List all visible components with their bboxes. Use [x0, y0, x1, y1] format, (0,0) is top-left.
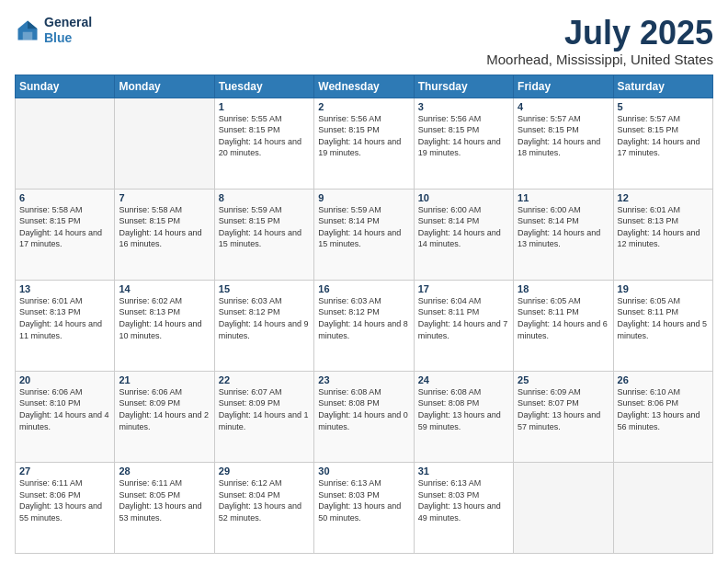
calendar-cell: 20Sunrise: 6:06 AM Sunset: 8:10 PM Dayli… — [16, 371, 115, 462]
day-info: Sunrise: 5:56 AM Sunset: 8:15 PM Dayligh… — [418, 113, 509, 159]
day-number: 18 — [518, 283, 609, 294]
day-info: Sunrise: 6:10 AM Sunset: 8:06 PM Dayligh… — [618, 386, 709, 432]
day-info: Sunrise: 6:06 AM Sunset: 8:10 PM Dayligh… — [19, 386, 110, 432]
calendar-cell: 15Sunrise: 6:03 AM Sunset: 8:12 PM Dayli… — [214, 280, 313, 371]
day-number: 11 — [518, 192, 609, 203]
calendar-cell: 24Sunrise: 6:08 AM Sunset: 8:08 PM Dayli… — [414, 371, 513, 462]
header-row: SundayMondayTuesdayWednesdayThursdayFrid… — [16, 75, 713, 98]
day-number: 13 — [19, 283, 110, 294]
calendar-week-1: 1Sunrise: 5:55 AM Sunset: 8:15 PM Daylig… — [16, 98, 713, 189]
col-header-monday: Monday — [115, 75, 214, 98]
calendar-cell: 30Sunrise: 6:13 AM Sunset: 8:03 PM Dayli… — [314, 462, 414, 553]
calendar-cell: 17Sunrise: 6:04 AM Sunset: 8:11 PM Dayli… — [414, 280, 513, 371]
calendar-cell: 2Sunrise: 5:56 AM Sunset: 8:15 PM Daylig… — [314, 98, 414, 189]
day-number: 7 — [119, 192, 210, 203]
header: General Blue July 2025 Moorhead, Mississ… — [15, 15, 713, 67]
day-number: 15 — [219, 283, 310, 294]
logo-text: General Blue — [44, 15, 92, 46]
day-info: Sunrise: 5:57 AM Sunset: 8:15 PM Dayligh… — [518, 113, 609, 159]
calendar-cell: 14Sunrise: 6:02 AM Sunset: 8:13 PM Dayli… — [115, 280, 214, 371]
calendar-cell: 5Sunrise: 5:57 AM Sunset: 8:15 PM Daylig… — [613, 98, 712, 189]
calendar-cell — [115, 98, 214, 189]
calendar-cell — [16, 98, 115, 189]
day-number: 22 — [219, 374, 310, 385]
day-number: 14 — [119, 283, 210, 294]
day-number: 12 — [618, 192, 709, 203]
logo-icon — [15, 17, 40, 43]
calendar-cell — [613, 462, 712, 553]
col-header-tuesday: Tuesday — [214, 75, 313, 98]
day-info: Sunrise: 6:01 AM Sunset: 8:13 PM Dayligh… — [618, 204, 709, 250]
day-number: 5 — [618, 101, 709, 112]
calendar-cell: 21Sunrise: 6:06 AM Sunset: 8:09 PM Dayli… — [115, 371, 214, 462]
day-info: Sunrise: 5:59 AM Sunset: 8:14 PM Dayligh… — [318, 204, 409, 250]
day-number: 27 — [19, 465, 110, 477]
day-info: Sunrise: 6:11 AM Sunset: 8:06 PM Dayligh… — [19, 477, 110, 523]
day-number: 6 — [19, 192, 110, 203]
calendar-cell: 3Sunrise: 5:56 AM Sunset: 8:15 PM Daylig… — [414, 98, 513, 189]
day-number: 30 — [318, 465, 409, 477]
calendar-week-2: 6Sunrise: 5:58 AM Sunset: 8:15 PM Daylig… — [16, 189, 713, 280]
svg-rect-2 — [23, 32, 33, 40]
calendar-week-3: 13Sunrise: 6:01 AM Sunset: 8:13 PM Dayli… — [16, 280, 713, 371]
day-info: Sunrise: 5:56 AM Sunset: 8:15 PM Dayligh… — [318, 113, 409, 159]
calendar-cell: 13Sunrise: 6:01 AM Sunset: 8:13 PM Dayli… — [16, 280, 115, 371]
calendar-cell: 7Sunrise: 5:58 AM Sunset: 8:15 PM Daylig… — [115, 189, 214, 280]
day-number: 21 — [119, 374, 210, 385]
svg-marker-1 — [28, 20, 38, 29]
day-info: Sunrise: 6:02 AM Sunset: 8:13 PM Dayligh… — [119, 295, 210, 341]
col-header-thursday: Thursday — [414, 75, 513, 98]
day-number: 9 — [318, 192, 409, 203]
day-info: Sunrise: 6:09 AM Sunset: 8:07 PM Dayligh… — [518, 386, 609, 432]
calendar-cell — [514, 462, 613, 553]
day-number: 17 — [418, 283, 509, 294]
day-info: Sunrise: 6:03 AM Sunset: 8:12 PM Dayligh… — [318, 295, 409, 341]
day-info: Sunrise: 6:08 AM Sunset: 8:08 PM Dayligh… — [418, 386, 509, 432]
title-block: July 2025 Moorhead, Mississippi, United … — [486, 15, 713, 67]
calendar-cell: 19Sunrise: 6:05 AM Sunset: 8:11 PM Dayli… — [613, 280, 712, 371]
calendar-cell: 26Sunrise: 6:10 AM Sunset: 8:06 PM Dayli… — [613, 371, 712, 462]
calendar-cell: 22Sunrise: 6:07 AM Sunset: 8:09 PM Dayli… — [214, 371, 313, 462]
day-info: Sunrise: 5:57 AM Sunset: 8:15 PM Dayligh… — [618, 113, 709, 159]
calendar-week-4: 20Sunrise: 6:06 AM Sunset: 8:10 PM Dayli… — [16, 371, 713, 462]
day-info: Sunrise: 6:00 AM Sunset: 8:14 PM Dayligh… — [418, 204, 509, 250]
col-header-friday: Friday — [514, 75, 613, 98]
page: General Blue July 2025 Moorhead, Mississ… — [0, 0, 728, 563]
day-info: Sunrise: 6:13 AM Sunset: 8:03 PM Dayligh… — [418, 477, 509, 523]
day-number: 26 — [618, 374, 709, 385]
day-number: 23 — [318, 374, 409, 385]
day-info: Sunrise: 6:01 AM Sunset: 8:13 PM Dayligh… — [19, 295, 110, 341]
day-info: Sunrise: 6:05 AM Sunset: 8:11 PM Dayligh… — [618, 295, 709, 341]
day-number: 29 — [219, 465, 310, 477]
day-number: 2 — [318, 101, 409, 112]
logo-blue: Blue — [44, 30, 92, 46]
day-number: 1 — [219, 101, 310, 112]
calendar-cell: 12Sunrise: 6:01 AM Sunset: 8:13 PM Dayli… — [613, 189, 712, 280]
calendar-cell: 10Sunrise: 6:00 AM Sunset: 8:14 PM Dayli… — [414, 189, 513, 280]
calendar-cell: 4Sunrise: 5:57 AM Sunset: 8:15 PM Daylig… — [514, 98, 613, 189]
day-info: Sunrise: 5:58 AM Sunset: 8:15 PM Dayligh… — [119, 204, 210, 250]
day-info: Sunrise: 6:11 AM Sunset: 8:05 PM Dayligh… — [119, 477, 210, 523]
day-info: Sunrise: 6:13 AM Sunset: 8:03 PM Dayligh… — [318, 477, 409, 523]
day-info: Sunrise: 6:07 AM Sunset: 8:09 PM Dayligh… — [219, 386, 310, 432]
calendar-cell: 18Sunrise: 6:05 AM Sunset: 8:11 PM Dayli… — [514, 280, 613, 371]
calendar-cell: 11Sunrise: 6:00 AM Sunset: 8:14 PM Dayli… — [514, 189, 613, 280]
col-header-sunday: Sunday — [16, 75, 115, 98]
day-info: Sunrise: 6:06 AM Sunset: 8:09 PM Dayligh… — [119, 386, 210, 432]
day-info: Sunrise: 6:05 AM Sunset: 8:11 PM Dayligh… — [518, 295, 609, 341]
day-info: Sunrise: 6:04 AM Sunset: 8:11 PM Dayligh… — [418, 295, 509, 341]
day-info: Sunrise: 5:55 AM Sunset: 8:15 PM Dayligh… — [219, 113, 310, 159]
day-number: 4 — [518, 101, 609, 112]
day-info: Sunrise: 6:12 AM Sunset: 8:04 PM Dayligh… — [219, 477, 310, 523]
calendar-cell: 8Sunrise: 5:59 AM Sunset: 8:15 PM Daylig… — [214, 189, 313, 280]
calendar-cell: 25Sunrise: 6:09 AM Sunset: 8:07 PM Dayli… — [514, 371, 613, 462]
day-number: 20 — [19, 374, 110, 385]
day-number: 16 — [318, 283, 409, 294]
col-header-wednesday: Wednesday — [314, 75, 414, 98]
calendar-week-5: 27Sunrise: 6:11 AM Sunset: 8:06 PM Dayli… — [16, 462, 713, 553]
calendar-cell: 23Sunrise: 6:08 AM Sunset: 8:08 PM Dayli… — [314, 371, 414, 462]
main-title: July 2025 — [486, 15, 713, 52]
calendar-cell: 6Sunrise: 5:58 AM Sunset: 8:15 PM Daylig… — [16, 189, 115, 280]
day-number: 19 — [618, 283, 709, 294]
calendar-cell: 1Sunrise: 5:55 AM Sunset: 8:15 PM Daylig… — [214, 98, 313, 189]
